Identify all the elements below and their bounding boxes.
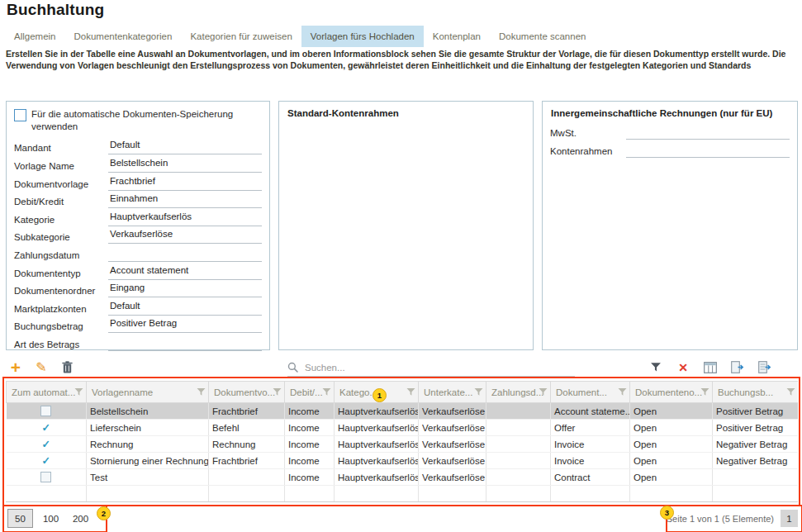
column-label: Zahlungsd... (491, 387, 543, 397)
field-value[interactable]: Verkaufserlöse (108, 229, 262, 244)
column-filter-icon[interactable] (197, 387, 206, 397)
column-chooser-button[interactable] (702, 359, 719, 377)
column-filter-icon[interactable] (322, 387, 331, 397)
cell-kategorie: Hauptverkaufserlös (335, 436, 419, 453)
field-label: Marktplatzkonten (14, 304, 108, 316)
auto-save-checkbox[interactable] (14, 109, 26, 121)
col-zum-automat[interactable]: Zum automat... (7, 382, 87, 403)
page-size-200[interactable]: 200 (69, 510, 93, 527)
cell-buchungsbetrag: Negativer Betrag (713, 436, 799, 453)
eu-invoices-title: Innergemeinschaftliche Rechnungen (nur f… (543, 102, 797, 121)
column-filter-icon[interactable] (539, 387, 548, 397)
tab-kontenplan[interactable]: Kontenplan (424, 26, 490, 47)
cell-zahlungsdatum (486, 453, 551, 469)
page-1-button[interactable]: 1 (781, 510, 798, 527)
cell-debit-kredit: Income (285, 453, 335, 469)
cell-dokumententyp: Contract (551, 469, 630, 486)
field-dokumentenordner: Dokumentenordner Eingang (7, 280, 269, 298)
field-value[interactable]: Einnahmen (108, 193, 262, 208)
row-checkmark-icon[interactable]: ✓ (42, 455, 50, 467)
column-filter-icon[interactable] (474, 387, 483, 397)
table-row[interactable]: Test Income Hauptverkaufserlös Verkaufse… (7, 469, 799, 486)
tab-allgemein[interactable]: Allgemein (5, 26, 65, 47)
template-detail-panel: Für die automatische Dokumenten-Speicher… (6, 101, 270, 350)
empty-cell (486, 486, 551, 502)
standard-kontenrahmen-panel: Standard-Kontenrahmen (278, 101, 534, 350)
col-vorlagenname[interactable]: Vorlagenname (87, 382, 209, 403)
row-select-cell[interactable] (7, 403, 87, 420)
row-select-cell[interactable]: ✓ (7, 420, 87, 436)
delete-row-button[interactable] (59, 359, 75, 377)
field-label: MwSt. (550, 128, 626, 140)
filter-button[interactable] (648, 359, 664, 377)
table-row[interactable]: ✓ Rechnung Rechnung Income Hauptverkaufs… (7, 436, 799, 453)
row-checkmark-icon[interactable]: ✓ (42, 439, 50, 450)
field-value[interactable]: Belstellschein (108, 158, 262, 173)
field-value[interactable]: Positiver Betrag (108, 318, 262, 333)
field-debit-kredit: Debit/Kredit Einnahmen (7, 191, 269, 209)
col-dokumententyp[interactable]: Dokument... (551, 382, 630, 403)
tab-bar: Allgemein Dokumentenkategorien Kategorie… (5, 26, 595, 47)
grid-header-row: Zum automat... Vorlagenname Dokumentvo..… (7, 382, 799, 403)
row-checkmark-icon[interactable]: ✓ (42, 422, 50, 434)
row-select-cell[interactable]: ✓ (7, 453, 87, 469)
tab-kategorien-fuer-zuweisen[interactable]: Kategorien für zuweisen (181, 26, 301, 47)
cell-unterkategorie: Verkaufserlöse (419, 436, 486, 453)
field-value[interactable]: Eingang (108, 283, 262, 297)
field-value[interactable]: Hauptverkaufserlös (108, 211, 262, 226)
col-dokumentenordner[interactable]: Dokumenteno... (630, 382, 713, 403)
col-debit-kredit[interactable]: Debit/... (285, 382, 335, 403)
col-unterkategorie[interactable]: Unterkate... (419, 382, 486, 403)
row-select-cell[interactable] (7, 469, 87, 486)
field-value[interactable] (108, 247, 262, 262)
export-button[interactable] (729, 359, 746, 377)
page-size-50[interactable]: 50 (7, 509, 33, 528)
filter-funnel-icon (650, 362, 662, 373)
col-buchungsbetrag[interactable]: Buchungsb... (713, 382, 799, 403)
toolbar-right-group: ✕ (648, 357, 773, 378)
tab-dokumentenkategorien[interactable]: Dokumentenkategorien (65, 26, 182, 47)
page-size-100[interactable]: 100 (39, 510, 63, 527)
table-row[interactable]: ✓ Lieferschein Befehl Income Hauptverkau… (7, 420, 799, 436)
col-dokumentvorlage[interactable]: Dokumentvo... (209, 382, 285, 403)
field-value[interactable] (108, 336, 262, 351)
row-checkbox-unchecked[interactable] (40, 406, 51, 416)
table-row[interactable]: Belstellschein Frachtbrief Income Hauptv… (7, 403, 799, 420)
column-filter-icon[interactable] (700, 387, 709, 397)
cell-dokumentvorlage: Frachtbrief (209, 403, 285, 420)
field-label: Buchungsbetrag (14, 321, 108, 333)
field-value[interactable]: Account statement (108, 265, 262, 280)
empty-cell (419, 486, 486, 502)
column-filter-icon[interactable] (618, 387, 627, 397)
row-select-cell[interactable]: ✓ (7, 436, 87, 453)
cell-dokumentvorlage (209, 469, 285, 486)
field-value[interactable] (626, 125, 790, 140)
trash-icon (62, 361, 73, 373)
empty-cell (209, 486, 285, 502)
col-zahlungsdatum[interactable]: Zahlungsd... (486, 382, 551, 403)
export-selected-button[interactable] (757, 359, 773, 377)
field-value[interactable]: Default (108, 301, 262, 316)
clear-filter-button[interactable]: ✕ (675, 359, 691, 377)
table-row[interactable]: ✓ Stornierung einer Rechnung Frachtbrief… (7, 453, 799, 469)
search-box (287, 359, 575, 377)
cell-dokumentvorlage: Frachtbrief (209, 453, 285, 469)
field-value[interactable] (626, 143, 790, 158)
field-value[interactable]: Frachtbrief (108, 176, 262, 191)
column-filter-icon[interactable] (786, 387, 795, 397)
pencil-icon: ✎ (36, 359, 46, 375)
cell-buchungsbetrag: Positiver Betrag (713, 420, 799, 436)
field-value[interactable]: Default (108, 140, 262, 154)
column-filter-icon[interactable] (273, 387, 282, 397)
row-checkbox-unchecked[interactable] (40, 472, 51, 482)
column-filter-icon[interactable] (74, 387, 83, 397)
add-row-button[interactable]: + (7, 359, 24, 377)
column-filter-icon[interactable] (406, 387, 415, 397)
tab-vorlagen-fuers-hochladen[interactable]: Vorlagen fürs Hochladen (301, 26, 424, 47)
field-label: Dokumentenordner (14, 286, 108, 297)
search-input[interactable] (303, 362, 575, 373)
column-label: Buchungsb... (718, 387, 773, 397)
tab-dokumente-scannen[interactable]: Dokumente scannen (490, 26, 595, 47)
column-label: Debit/... (290, 387, 323, 397)
edit-row-button[interactable]: ✎ (33, 359, 50, 377)
